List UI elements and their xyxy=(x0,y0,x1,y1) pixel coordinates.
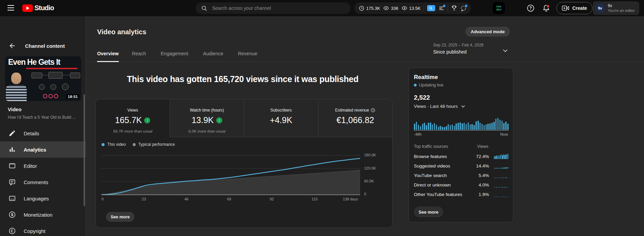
views-line-chart[interactable] xyxy=(102,153,360,196)
chart-legend: This video Typical performance xyxy=(102,142,175,147)
metric-card-watch-time[interactable]: Watch time (hours) 13.9K↑ 6.0K more than… xyxy=(170,99,244,137)
research-insights-icon[interactable] xyxy=(427,5,435,11)
realtime-bar xyxy=(450,125,451,130)
channel-avatar[interactable]: nexdev xyxy=(493,2,505,14)
realtime-bar xyxy=(452,124,453,130)
realtime-bar xyxy=(464,123,465,130)
realtime-bar xyxy=(458,123,459,130)
realtime-bar xyxy=(475,121,477,130)
sidebar-item-details[interactable]: Details xyxy=(0,125,86,141)
date-mode-text: Since published xyxy=(433,49,484,55)
legend-this-video[interactable]: This video xyxy=(102,142,126,147)
metric-card-subscribers[interactable]: Subscribers +4.9K xyxy=(244,99,318,137)
realtime-bar-chart[interactable] xyxy=(414,117,509,130)
traffic-sources-list: Browse features72.4%Suggested videos14.4… xyxy=(414,152,509,199)
traffic-sources-header: Top traffic sources Views xyxy=(414,144,509,149)
page-title: Video analytics xyxy=(97,28,146,36)
traffic-source-row[interactable]: Other YouTube features1.9% xyxy=(414,190,509,199)
realtime-title: Realtime xyxy=(414,74,438,81)
date-range-picker[interactable]: Sep 23, 2025 – Feb 4, 2026 Since publish… xyxy=(433,43,484,55)
tab-reach[interactable]: Reach xyxy=(132,51,146,61)
legend-typical-performance[interactable]: Typical performance xyxy=(133,142,175,147)
sidebar-item-monetization[interactable]: $ Monetization xyxy=(0,206,86,223)
tab-engagement[interactable]: Engagement xyxy=(161,51,188,61)
metric-cards-row: Views 165.7K↑ 56.7K more than usual Watc… xyxy=(96,99,392,137)
hamburger-menu-icon[interactable] xyxy=(7,5,14,11)
metric-card-revenue[interactable]: Estimated revenue €1,066.82 xyxy=(318,99,392,137)
y-axis-tick: 60.0K xyxy=(364,179,374,183)
realtime-bar xyxy=(424,123,425,130)
youtube-studio-analytics-page: Studio Search across your channel 175.3K… xyxy=(0,0,644,236)
studio-logo-text: Studio xyxy=(35,4,54,12)
typical-performance-area xyxy=(102,170,360,195)
realtime-see-more-button[interactable]: See more xyxy=(414,206,443,217)
realtime-bar xyxy=(456,123,457,130)
feedback-chat-icon[interactable] xyxy=(460,5,467,12)
notification-dot xyxy=(465,4,468,7)
traffic-source-row[interactable]: Browse features72.4% xyxy=(414,152,509,161)
realtime-bar xyxy=(497,118,499,130)
studio-logo[interactable]: Studio xyxy=(22,4,54,12)
traffic-source-row[interactable]: YouTube search5.4% xyxy=(414,171,509,180)
search-icon xyxy=(201,5,207,12)
pencil-icon xyxy=(8,130,16,137)
traffic-source-percent: 72.4% xyxy=(473,154,489,159)
notifications-bell-icon[interactable] xyxy=(542,4,550,12)
traffic-source-label: Browse features xyxy=(414,154,473,159)
traffic-source-row[interactable]: Direct or unknown4.0% xyxy=(414,180,509,190)
realtime-bar xyxy=(426,125,427,130)
realtime-bar xyxy=(491,123,493,130)
realtime-views-selector[interactable]: Views · Last 48 hours xyxy=(414,104,466,109)
realtime-bar xyxy=(414,124,415,130)
traffic-source-percent: 4.0% xyxy=(473,182,489,188)
video-thumbnail[interactable]: Even He Gets It 18:51 xyxy=(5,56,81,101)
realtime-bar xyxy=(470,124,471,130)
realtime-bar xyxy=(473,125,475,130)
channel-stats-pill[interactable]: 175.3K 336 13.5K xyxy=(354,2,471,14)
see-more-button[interactable]: See more xyxy=(106,212,134,222)
realtime-bar xyxy=(446,126,447,130)
realtime-bar xyxy=(466,124,467,130)
realtime-bar xyxy=(499,120,501,130)
tab-revenue[interactable]: Revenue xyxy=(238,51,257,61)
realtime-bar xyxy=(422,124,423,130)
advanced-mode-button[interactable]: Advanced mode xyxy=(465,27,510,37)
editor-icon xyxy=(8,162,16,170)
trend-up-icon: ↑ xyxy=(216,117,222,123)
sidebar-item-editor[interactable]: Editor xyxy=(0,158,86,174)
chevron-down-icon[interactable] xyxy=(502,47,509,54)
create-button[interactable]: Create xyxy=(556,2,593,14)
back-to-channel-content[interactable]: Channel content xyxy=(8,42,65,50)
updating-live-label: Updating live xyxy=(419,83,443,87)
trend-up-icon: ↑ xyxy=(144,117,150,123)
impressions-stat: 13.5K xyxy=(401,5,421,11)
realtime-bar xyxy=(444,127,445,130)
copyright-icon xyxy=(8,227,16,235)
realtime-card: Realtime Updating live 2,522 Views · Las… xyxy=(408,68,513,222)
realtime-bar xyxy=(493,122,495,130)
tab-overview[interactable]: Overview xyxy=(97,51,119,62)
realtime-bar xyxy=(430,122,431,130)
x-axis-tick: 46 xyxy=(184,197,188,201)
realtime-bar xyxy=(462,123,463,130)
editor-account-pill[interactable]: 9x 9x You're an editor xyxy=(593,1,639,15)
realtime-axis-start: -48h xyxy=(414,132,422,136)
tab-audience[interactable]: Audience xyxy=(203,51,223,61)
tasks-list-icon[interactable] xyxy=(438,5,445,12)
realtime-bar xyxy=(442,127,443,130)
trophy-icon[interactable] xyxy=(451,5,457,11)
sidebar-item-comments[interactable]: Comments xyxy=(0,174,86,190)
realtime-views-count: 2,522 xyxy=(414,94,430,101)
sidebar-item-analytics[interactable]: Analytics xyxy=(0,141,86,158)
sidebar-item-languages[interactable]: Languages xyxy=(0,190,86,206)
sidebar-scrollbar[interactable] xyxy=(84,94,85,206)
metric-card-views[interactable]: Views 165.7K↑ 56.7K more than usual xyxy=(96,99,170,137)
analytics-icon xyxy=(8,146,16,153)
traffic-source-row[interactable]: Suggested videos14.4% xyxy=(414,161,509,171)
sidebar-item-copyright[interactable]: Copyright xyxy=(0,223,86,236)
traffic-source-sparkline xyxy=(494,154,509,159)
realtime-bar xyxy=(432,124,433,130)
realtime-bar xyxy=(418,125,419,130)
help-icon[interactable]: ? xyxy=(527,4,535,12)
search-input[interactable]: Search across your channel xyxy=(196,2,351,14)
